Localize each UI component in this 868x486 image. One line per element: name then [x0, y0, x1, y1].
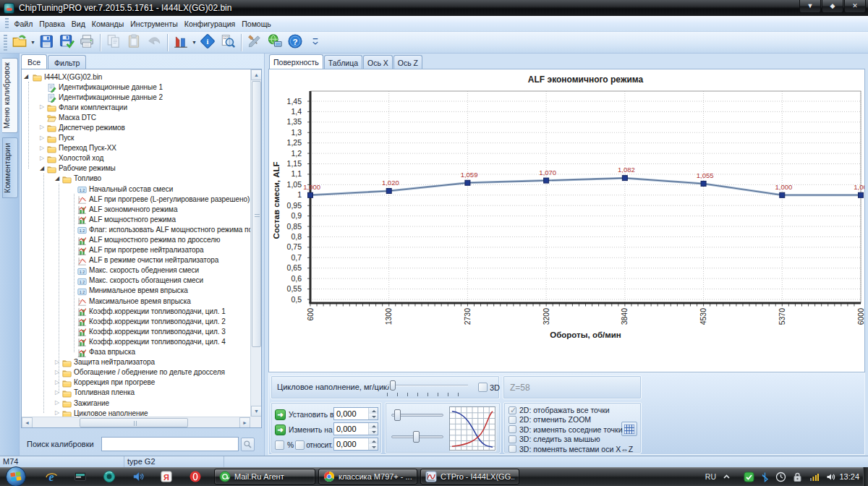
- tree-item[interactable]: Коэфф.коррекции топливоподачи, цил. 3: [22, 326, 250, 336]
- tree-item[interactable]: ALF при прогреве (L-регулирование разреш…: [22, 194, 250, 204]
- tree-item[interactable]: ▷Пуск: [22, 133, 250, 143]
- tab-axis-x[interactable]: Ось X: [363, 55, 393, 69]
- tab-surface[interactable]: Поверхность: [269, 54, 323, 69]
- help-button[interactable]: ?: [285, 33, 305, 52]
- collapse-icon[interactable]: ◢: [40, 164, 44, 173]
- tree-item[interactable]: ALF мощностного режима: [22, 214, 250, 224]
- tree-item[interactable]: 1.2Флаг: использовать ALF мощностного ре…: [22, 224, 250, 234]
- open-dropdown[interactable]: ▼: [30, 33, 36, 52]
- tree-item[interactable]: ▷Зажигание: [22, 398, 250, 408]
- grid-button[interactable]: [621, 422, 637, 436]
- tree-item[interactable]: ALF в режиме очистки нейтрализатора: [22, 255, 250, 265]
- speaker-taskbar-icon[interactable]: [132, 470, 145, 483]
- show-desktop-button[interactable]: [863, 467, 868, 486]
- taskbar-button-mailru[interactable]: Mail.Ru Агент: [214, 469, 315, 485]
- find-button[interactable]: 123: [218, 33, 238, 52]
- data-point[interactable]: [859, 192, 864, 197]
- restore-button[interactable]: ◆: [822, 0, 843, 13]
- scroll-left-icon[interactable]: ◄: [22, 417, 33, 428]
- language-indicator[interactable]: RU: [705, 472, 716, 481]
- data-point[interactable]: [622, 176, 627, 181]
- tree-item[interactable]: ▷Обогащение / обеднение по дельте дроссе…: [22, 367, 250, 378]
- tab-filter[interactable]: Фильтр: [48, 55, 86, 69]
- menu-tools[interactable]: Инструменты: [127, 17, 181, 30]
- data-point[interactable]: [544, 178, 549, 183]
- option-cancel-zoom-checkbox[interactable]: [509, 416, 516, 424]
- tray-speaker-icon[interactable]: [825, 472, 836, 482]
- web-button[interactable]: [265, 33, 285, 52]
- shape-slider-1[interactable]: [391, 409, 443, 422]
- tree-item[interactable]: 1.2Макс. скорость обогащения смеси: [22, 276, 250, 286]
- expand-icon[interactable]: ▷: [40, 103, 44, 111]
- side-tab-comments[interactable]: Комментарии: [2, 137, 18, 198]
- tray-lock-icon[interactable]: [792, 472, 803, 482]
- relative-checkbox[interactable]: [295, 440, 305, 450]
- data-point[interactable]: [308, 192, 313, 197]
- option-move-adjacent-points-checkbox[interactable]: [509, 425, 516, 433]
- spin-up-icon[interactable]: [369, 438, 378, 444]
- scroll-thumb[interactable]: [252, 81, 261, 347]
- spin-down-icon[interactable]: [369, 429, 378, 435]
- tree-item[interactable]: ALF мощностного режима по дросселю: [22, 235, 250, 245]
- compare-button[interactable]: [171, 33, 191, 52]
- chart-area[interactable]: 0,50,550,60,650,70,750,80,850,90,9511,05…: [268, 69, 865, 372]
- tray-up-arrow-icon[interactable]: [721, 472, 732, 482]
- yandex-taskbar-icon[interactable]: Я: [160, 470, 173, 483]
- tree-item[interactable]: ALF при прогреве нейтрализатора: [22, 245, 250, 255]
- data-point[interactable]: [386, 189, 391, 194]
- tree-item[interactable]: Идентификационные данные 1: [22, 82, 250, 92]
- open-button[interactable]: [9, 33, 30, 52]
- tray-clock-icon[interactable]: [775, 472, 786, 482]
- option-show-all-points-checkbox[interactable]: [509, 406, 516, 414]
- info-button[interactable]: i: [197, 33, 218, 52]
- tree-item[interactable]: Коэфф.коррекции топливоподачи, цил. 2: [22, 316, 250, 326]
- tree-item[interactable]: 1.2Макс. скорость обеднения смеси: [22, 265, 250, 276]
- slider-thumb[interactable]: [390, 380, 396, 391]
- tree-item[interactable]: ▷Коррекция при прогреве: [22, 378, 250, 388]
- minimize-button[interactable]: ▼: [799, 0, 821, 13]
- tools-button[interactable]: [244, 33, 265, 52]
- tray-signal-icon[interactable]: [809, 472, 820, 482]
- tree-item[interactable]: ◢I444LX(GG)02.bin: [22, 72, 250, 82]
- tray-agent-icon[interactable]: [744, 472, 754, 482]
- overflow-button[interactable]: [305, 33, 326, 52]
- tree-item[interactable]: ALF экономичного режима: [22, 204, 250, 214]
- tree-item[interactable]: ▷Диспетчер режимов: [22, 122, 250, 132]
- menu-edit[interactable]: Правка: [36, 17, 68, 30]
- compare-dropdown[interactable]: ▼: [191, 33, 197, 52]
- tree-item[interactable]: ◢Рабочие режимы: [22, 163, 250, 174]
- scroll-down-icon[interactable]: ▼: [251, 406, 262, 417]
- tab-all[interactable]: Все: [21, 54, 47, 69]
- tree-item[interactable]: ▷Переход Пуск-XX: [22, 143, 250, 153]
- start-button[interactable]: [6, 466, 26, 486]
- paste-button[interactable]: [124, 33, 144, 52]
- expand-icon[interactable]: ▷: [40, 144, 44, 153]
- console-taskbar-icon[interactable]: [74, 470, 87, 483]
- scroll-thumb[interactable]: [80, 418, 188, 427]
- tree-item[interactable]: 1.2Начальный состав смеси: [22, 184, 250, 194]
- tree-item[interactable]: ◢Топливо: [22, 174, 250, 184]
- side-tab-calibration-menu[interactable]: Меню калибровок: [2, 58, 18, 133]
- spin-down-icon[interactable]: [369, 444, 378, 450]
- expand-icon[interactable]: ▷: [40, 123, 44, 132]
- tree-horizontal-scrollbar[interactable]: ◄ ►: [22, 417, 250, 427]
- taskbar-button-chrome[interactable]: классика M797+ - ...: [318, 469, 417, 485]
- option-swap-axes-checkbox[interactable]: [509, 445, 516, 453]
- save-button[interactable]: [36, 33, 56, 52]
- close-button[interactable]: ✕: [844, 0, 866, 13]
- tree-item[interactable]: 1.2Минимальное время впрыска: [22, 286, 250, 296]
- set-to-button[interactable]: ➜: [275, 409, 286, 420]
- expand-icon[interactable]: ▷: [55, 398, 59, 407]
- collapse-icon[interactable]: ◢: [55, 174, 59, 183]
- search-button[interactable]: [241, 438, 255, 451]
- tree-item[interactable]: Максимальное время впрыска: [22, 296, 250, 306]
- tray-bluetooth-icon[interactable]: [760, 472, 770, 482]
- print-button[interactable]: [77, 33, 97, 52]
- slider-thumb[interactable]: [413, 431, 420, 443]
- tab-axis-z[interactable]: Ось Z: [393, 55, 422, 69]
- tree-item[interactable]: ▷Холостой ход: [22, 153, 250, 163]
- relative-spinbox[interactable]: 0,000: [333, 438, 378, 451]
- spin-up-icon[interactable]: [369, 408, 378, 414]
- media-taskbar-icon[interactable]: [103, 470, 116, 483]
- menu-configuration[interactable]: Конфигурация: [181, 17, 238, 30]
